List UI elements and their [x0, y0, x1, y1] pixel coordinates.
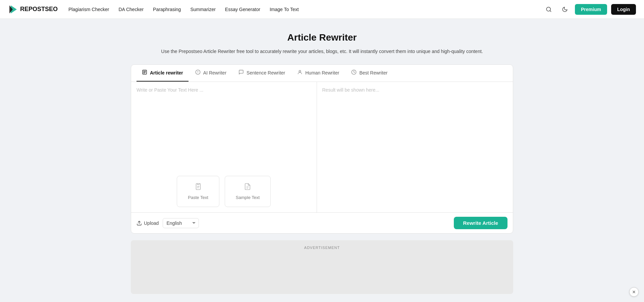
nav-da-checker[interactable]: DA Checker — [118, 7, 144, 12]
tab-human-rewriter[interactable]: Human Rewriter — [292, 65, 344, 82]
svg-line-3 — [550, 10, 551, 11]
logo-text: REPOSTSEO — [20, 6, 58, 13]
tool-card: Article rewriter AI Rewriter Sentence Re… — [131, 64, 513, 234]
nav-image-to-text[interactable]: Image To Text — [270, 7, 299, 12]
upload-button[interactable]: Upload — [137, 220, 159, 226]
tab-article-rewriter[interactable]: Article rewriter — [137, 65, 189, 82]
tab-human-rewriter-label: Human Rewriter — [305, 70, 339, 76]
tab-best-rewriter[interactable]: Best Rewriter — [346, 65, 393, 82]
logo[interactable]: REPOSTSEO — [8, 4, 58, 15]
output-pane: Result will be shown here... — [317, 82, 513, 212]
paste-text-icon — [195, 183, 202, 192]
nav-actions: Premium Login — [543, 3, 636, 15]
logo-icon — [8, 4, 19, 15]
advertisement-label: ADVERTISEMENT — [304, 246, 340, 250]
upload-label: Upload — [144, 220, 159, 226]
tab-best-rewriter-label: Best Rewriter — [359, 70, 387, 76]
main-content: Article Rewriter Use the Prepostseo Arti… — [124, 19, 520, 302]
paste-text-button[interactable]: Paste Text — [177, 176, 219, 207]
page-subtitle: Use the Prepostseo Article Rewriter free… — [131, 48, 513, 55]
page-title: Article Rewriter — [131, 32, 513, 43]
quick-actions: Paste Text Sample Text — [131, 176, 317, 212]
login-button[interactable]: Login — [611, 4, 636, 15]
svg-point-11 — [299, 70, 301, 72]
nav-plagiarism-checker[interactable]: Plagiarism Checker — [68, 7, 109, 12]
svg-rect-13 — [197, 184, 199, 185]
sample-text-button[interactable]: Sample Text — [225, 176, 271, 207]
tab-ai-rewriter[interactable]: AI Rewriter — [190, 65, 232, 82]
language-select[interactable]: English Spanish French German Italian Po… — [163, 218, 199, 228]
input-pane: Paste Text Sample Text — [131, 82, 317, 212]
nav-summarizer[interactable]: Summarizer — [190, 7, 215, 12]
rewrite-article-button[interactable]: Rewrite Article — [454, 217, 507, 229]
tab-sentence-rewriter-label: Sentence Rewriter — [247, 70, 285, 76]
ai-rewriter-icon — [195, 69, 201, 76]
article-rewriter-icon — [142, 69, 147, 76]
nav-paraphrasing[interactable]: Paraphrasing — [153, 7, 181, 12]
search-button[interactable] — [543, 3, 555, 15]
search-icon — [546, 6, 552, 12]
tab-ai-rewriter-label: AI Rewriter — [203, 70, 226, 76]
best-rewriter-icon — [351, 69, 357, 76]
upload-icon — [137, 220, 142, 226]
sentence-rewriter-icon — [238, 69, 244, 76]
close-icon — [632, 290, 636, 294]
editor-area: Paste Text Sample Text Result will be sh… — [131, 82, 513, 212]
moon-icon — [562, 6, 568, 12]
dark-mode-button[interactable] — [559, 3, 571, 15]
nav-links: Plagiarism Checker DA Checker Paraphrasi… — [68, 7, 543, 12]
close-corner-button[interactable] — [629, 287, 639, 297]
tab-article-rewriter-label: Article rewriter — [150, 70, 183, 76]
premium-button[interactable]: Premium — [575, 4, 607, 15]
advertisement-section: ADVERTISEMENT — [131, 240, 513, 294]
text-input[interactable] — [131, 82, 317, 176]
sample-text-label: Sample Text — [236, 195, 260, 200]
paste-text-label: Paste Text — [188, 195, 208, 200]
human-rewriter-icon — [297, 69, 303, 76]
navbar: REPOSTSEO Plagiarism Checker DA Checker … — [0, 0, 644, 19]
nav-essay-generator[interactable]: Essay Generator — [225, 7, 260, 12]
sample-text-icon — [244, 183, 251, 192]
tab-sentence-rewriter[interactable]: Sentence Rewriter — [233, 65, 290, 82]
output-placeholder: Result will be shown here... — [322, 87, 379, 93]
toolbar-bottom: Upload English Spanish French German Ita… — [131, 212, 513, 233]
tabs: Article rewriter AI Rewriter Sentence Re… — [131, 65, 513, 82]
